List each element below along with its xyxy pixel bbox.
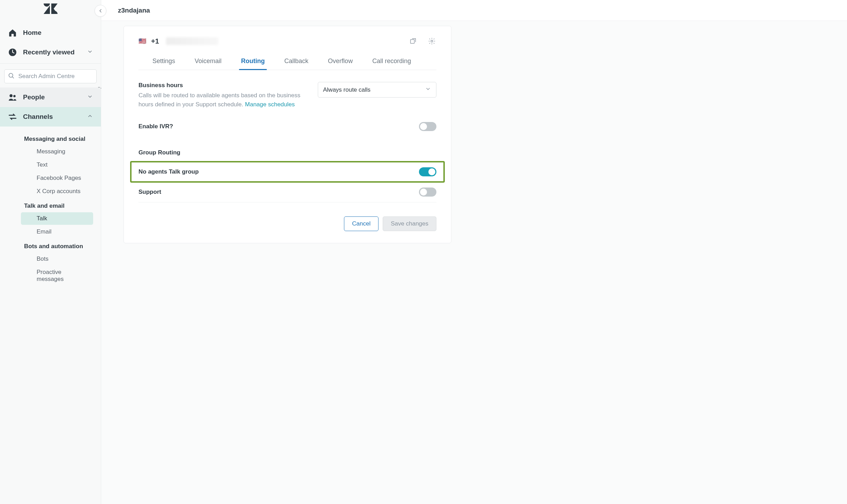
sidebar-item-email[interactable]: Email: [21, 226, 93, 238]
sidebar-item-label: Channels: [23, 113, 53, 121]
sidebar-item-label: People: [23, 93, 45, 101]
chevron-down-icon: [87, 48, 93, 56]
sub-header-talk-email: Talk and email: [8, 198, 101, 212]
sidebar-item-talk[interactable]: Talk: [21, 212, 93, 225]
tab-callback[interactable]: Callback: [282, 54, 310, 70]
us-flag-icon: 🇺🇸: [138, 37, 146, 45]
collapse-sidebar-button[interactable]: [95, 5, 106, 17]
gear-icon[interactable]: [427, 37, 436, 46]
save-button: Save changes: [383, 216, 436, 231]
sidebar-item-recently-viewed[interactable]: Recently viewed: [0, 43, 101, 62]
tabs: Settings Voicemail Routing Callback Over…: [138, 54, 436, 70]
select-value: Always route calls: [323, 86, 370, 93]
sidebar: Home Recently viewed People: [0, 0, 101, 504]
sidebar-item-label: Recently viewed: [23, 48, 75, 56]
phone-prefix: +1: [151, 37, 159, 45]
sidebar-item-home[interactable]: Home: [0, 23, 101, 43]
breadcrumb-text: z3ndajana: [118, 7, 150, 14]
svg-rect-4: [411, 39, 414, 43]
chevron-down-icon: [87, 93, 93, 101]
tab-routing[interactable]: Routing: [239, 54, 267, 70]
tab-voicemail[interactable]: Voicemail: [193, 54, 224, 70]
logo-area: [0, 0, 101, 20]
svg-point-2: [9, 94, 13, 97]
breadcrumb: z3ndajana: [101, 0, 847, 21]
sidebar-item-messaging[interactable]: Messaging: [21, 145, 93, 158]
search-input-wrapper[interactable]: [4, 69, 97, 83]
group-no-agents-label: No agents Talk group: [138, 168, 199, 175]
sidebar-item-channels[interactable]: Channels: [0, 107, 101, 127]
zendesk-logo-icon: [44, 3, 58, 16]
chevron-down-icon: [425, 86, 431, 94]
business-hours-select[interactable]: Always route calls: [318, 82, 436, 98]
main-content: z3ndajana 🇺🇸 +1 Settings Voicemail: [101, 0, 847, 504]
channels-icon: [8, 112, 17, 122]
business-hours-title: Business hours: [138, 82, 304, 89]
enable-ivr-toggle[interactable]: [419, 122, 436, 131]
phone-number-redacted: [166, 37, 218, 45]
group-routing-label: Group Routing: [138, 149, 436, 156]
clock-icon: [8, 47, 17, 57]
sidebar-item-label: Home: [23, 29, 42, 37]
sidebar-item-proactive-messages[interactable]: Proactive messages: [21, 266, 93, 285]
enable-ivr-label: Enable IVR?: [138, 123, 173, 130]
group-support-toggle[interactable]: [419, 188, 436, 197]
chevron-up-icon: [87, 113, 93, 121]
search-input[interactable]: [17, 72, 93, 80]
sidebar-item-text[interactable]: Text: [21, 159, 93, 171]
group-no-agents-toggle[interactable]: [419, 167, 436, 176]
tab-overflow[interactable]: Overflow: [326, 54, 355, 70]
group-no-agents-row: No agents Talk group: [130, 161, 445, 183]
sub-header-bots-automation: Bots and automation: [8, 239, 101, 252]
sidebar-item-facebook-pages[interactable]: Facebook Pages: [21, 172, 93, 184]
cancel-button[interactable]: Cancel: [344, 216, 378, 231]
tab-settings[interactable]: Settings: [150, 54, 177, 70]
group-support-label: Support: [138, 189, 161, 196]
divider: [0, 63, 101, 64]
sub-header-messaging-social: Messaging and social: [8, 131, 101, 145]
manage-schedules-link[interactable]: Manage schedules: [245, 101, 295, 108]
tab-call-recording[interactable]: Call recording: [370, 54, 413, 70]
open-link-icon[interactable]: [408, 37, 418, 46]
search-icon: [8, 72, 15, 80]
business-hours-desc: Calls will be routed to available agents…: [138, 91, 304, 109]
svg-point-5: [431, 40, 433, 42]
channels-submenu: Messaging and social Messaging Text Face…: [0, 127, 101, 290]
sidebar-item-people[interactable]: People: [0, 87, 101, 107]
sidebar-item-x-corp[interactable]: X Corp accounts: [21, 185, 93, 198]
talk-number-card: 🇺🇸 +1 Settings Voicemail Routing Callbac…: [123, 26, 451, 243]
group-support-row: Support: [138, 183, 436, 203]
svg-point-3: [13, 95, 15, 98]
people-icon: [8, 92, 17, 102]
home-icon: [8, 28, 17, 38]
sidebar-item-bots[interactable]: Bots: [21, 253, 93, 265]
